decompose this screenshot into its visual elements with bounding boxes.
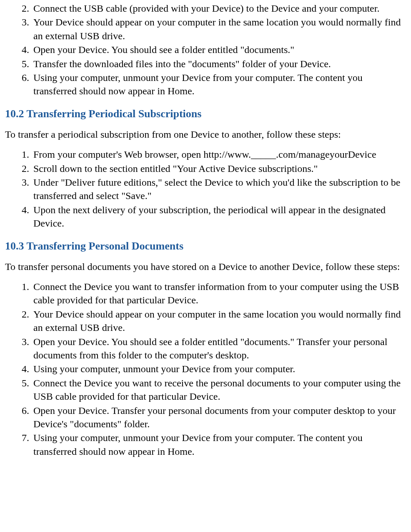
intro-10-3: To transfer personal documents you have … (5, 260, 406, 273)
heading-10-3: 10.3 Transferring Personal Documents (5, 239, 406, 253)
list-item: Your Device should appear on your comput… (32, 308, 406, 335)
section-10-3-list: Connect the Device you want to transfer … (5, 280, 406, 458)
heading-10-2: 10.2 Transferring Periodical Subscriptio… (5, 106, 406, 121)
list-item: Using your computer, unmount your Device… (32, 431, 406, 458)
list-item: Connect the Device you want to receive t… (32, 376, 406, 403)
list-item: Using your computer, unmount your Device… (32, 362, 406, 376)
list-item: Open your Device. Transfer your personal… (32, 404, 406, 431)
section-10-1-list: Connect the USB cable (provided with you… (5, 2, 406, 98)
intro-10-2: To transfer a periodical subscription fr… (5, 128, 406, 141)
list-item: Connect the Device you want to transfer … (32, 280, 406, 307)
list-item: Scroll down to the section entitled "You… (32, 162, 406, 175)
list-item: Transfer the downloaded files into the "… (32, 57, 406, 71)
section-10-2-list: From your computer's Web browser, open h… (5, 148, 406, 230)
list-item: Upon the next delivery of your subscript… (32, 203, 406, 230)
list-item: Open your Device. You should see a folde… (32, 335, 406, 362)
list-item: Using your computer, unmount your Device… (32, 71, 406, 98)
list-item: Connect the USB cable (provided with you… (32, 2, 406, 15)
list-item: Under "Deliver future editions," select … (32, 176, 406, 203)
list-item: Open your Device. You should see a folde… (32, 43, 406, 56)
list-item: Your Device should appear on your comput… (32, 15, 406, 43)
list-item: From your computer's Web browser, open h… (32, 148, 406, 161)
